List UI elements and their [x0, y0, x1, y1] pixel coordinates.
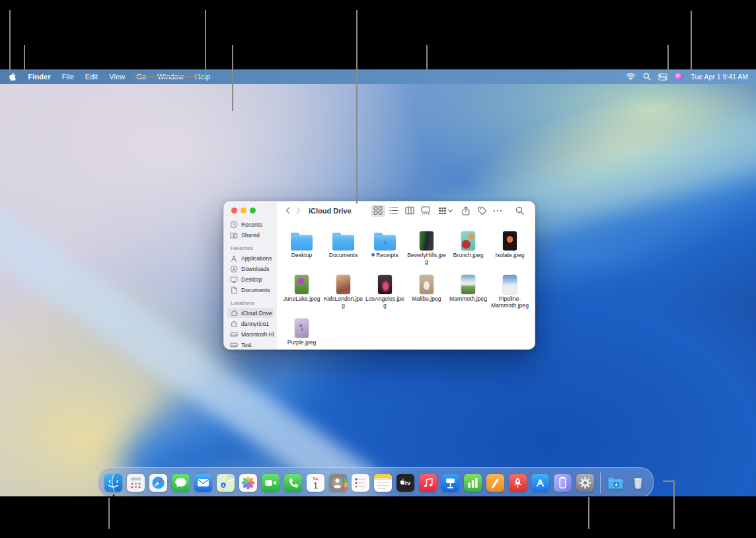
sb-shared-icon — [230, 231, 238, 239]
tags-button[interactable] — [474, 205, 489, 217]
dock-tv[interactable]: tv — [397, 474, 414, 492]
columns-view-button[interactable] — [402, 205, 417, 217]
sidebar-item-label: Recents — [241, 221, 262, 228]
dock-system-settings[interactable] — [576, 474, 594, 492]
close-button[interactable] — [231, 208, 237, 213]
file-name: Desktop — [282, 252, 322, 259]
sidebar-item-documents[interactable]: Documents — [227, 285, 274, 295]
dock-downloads[interactable] — [607, 474, 624, 492]
menu-bar-clock[interactable]: Tue Apr 1 9:41 AM — [691, 73, 748, 81]
file-malibu-jpeg[interactable]: Malibu.jpeg — [406, 270, 447, 313]
dock-numbers[interactable] — [464, 474, 482, 492]
file-brunch-jpeg[interactable]: Brunch.jpeg — [447, 226, 489, 270]
image-thumbnail — [295, 270, 309, 294]
gallery-view-button[interactable] — [418, 205, 433, 217]
sidebar-item-label: Downloads — [241, 266, 270, 272]
image-thumbnail — [420, 226, 434, 250]
window-controls — [231, 208, 256, 213]
file-purple-jpeg[interactable]: Purple.jpeg — [281, 313, 322, 357]
image-thumbnail — [503, 270, 517, 294]
sidebar-item-icloud-drive[interactable]: iCloud Drive — [227, 308, 274, 318]
dock-facetime[interactable] — [262, 474, 280, 492]
file-kidslondon-jpeg[interactable]: KidsLondon.jpeg — [322, 270, 364, 313]
sidebar-item-applications[interactable]: Applications — [227, 253, 274, 263]
sidebar-item-desktop[interactable]: Desktop — [227, 274, 274, 284]
minimize-button[interactable] — [241, 208, 246, 213]
file-junelake-jpeg[interactable]: JuneLake.jpeg — [281, 270, 322, 313]
search-button[interactable] — [512, 205, 527, 217]
dock-contacts[interactable] — [329, 474, 347, 492]
dock-iphone-mirroring[interactable] — [554, 474, 572, 492]
group-grid-icon — [438, 207, 447, 215]
dock-notes[interactable] — [374, 474, 392, 492]
dock-launchpad[interactable] — [127, 474, 145, 492]
dock-finder[interactable] — [104, 474, 122, 492]
forward-button[interactable] — [293, 206, 303, 215]
dock-separator — [600, 473, 601, 493]
file-documents[interactable]: Documents — [322, 226, 364, 270]
group-by-button[interactable] — [438, 207, 453, 215]
sidebar-item-recents[interactable]: Recents — [227, 219, 274, 229]
image-thumbnail — [420, 270, 434, 294]
menu-edit[interactable]: Edit — [79, 73, 103, 81]
callout-desktop — [232, 45, 233, 111]
dock-music[interactable] — [419, 474, 437, 492]
share-button[interactable] — [459, 205, 473, 217]
wifi-icon[interactable] — [626, 73, 636, 81]
dock-safari[interactable] — [149, 474, 167, 492]
list-view-button[interactable] — [387, 205, 401, 217]
window-title: iCloud Drive — [309, 207, 352, 215]
dock-maps[interactable] — [217, 474, 235, 492]
callout-help-menu-v — [205, 10, 206, 77]
file-name: Documents — [323, 252, 363, 259]
chevron-down-icon — [448, 209, 453, 213]
spotlight-icon[interactable] — [643, 73, 651, 81]
file-isolate-jpeg[interactable]: Isolate.jpeg — [489, 226, 531, 270]
dock-calendar[interactable]: Tue1 — [307, 474, 324, 492]
file-name: KidsLondon.jpeg — [323, 296, 363, 309]
file-name: JuneLake.jpeg — [282, 296, 322, 303]
callout-system-settings — [588, 497, 589, 529]
dock-reminders[interactable] — [352, 474, 369, 492]
more-button[interactable] — [490, 205, 505, 217]
sidebar-item-label: Macintosh HD — [241, 331, 274, 338]
menu-file[interactable]: File — [56, 73, 79, 81]
sidebar-item-dannyrico1[interactable]: dannyrico1 — [227, 319, 274, 328]
image-thumbnail — [378, 270, 392, 294]
icons-view-button[interactable] — [371, 205, 385, 217]
file-name: Pipeline-Mammoth.jpeg — [490, 296, 530, 309]
siri-icon[interactable] — [675, 73, 683, 81]
file-name: Brunch.jpeg — [448, 252, 488, 259]
dock-keynote[interactable] — [441, 474, 459, 492]
callout-control-center — [691, 11, 692, 73]
back-button[interactable] — [282, 206, 293, 215]
file-desktop[interactable]: Desktop — [281, 226, 322, 270]
control-center-icon[interactable] — [658, 73, 667, 81]
sidebar-item-label: iCloud Drive — [241, 310, 272, 317]
dock-app-store[interactable] — [531, 474, 549, 492]
file-mammoth-jpeg[interactable]: Mammoth.jpeg — [447, 270, 489, 313]
dock-mail[interactable] — [194, 474, 212, 492]
dock-phone[interactable] — [284, 474, 302, 492]
dock-games[interactable] — [509, 474, 527, 492]
sidebar-item-macintosh-hd[interactable]: Macintosh HD — [227, 329, 274, 339]
zoom-button[interactable] — [250, 208, 256, 213]
dock-photos[interactable] — [239, 474, 257, 492]
desktop[interactable]: FinderFileEditViewGoWindowHelp Tue Apr 1… — [0, 69, 756, 496]
dock-trash[interactable] — [629, 474, 647, 492]
file-receipts[interactable]: ✈Receipts — [364, 226, 406, 270]
dock-messages[interactable] — [172, 474, 190, 492]
menu-view[interactable]: View — [104, 73, 131, 81]
callout-help-menu-h — [134, 76, 206, 77]
menu-finder[interactable]: Finder — [22, 73, 56, 81]
file-pipeline-mammoth-jpeg[interactable]: Pipeline-Mammoth.jpeg — [489, 270, 531, 313]
sidebar-item-shared[interactable]: Shared — [227, 230, 274, 240]
file-losangeles-jpeg[interactable]: LosAngeles.jpeg — [364, 270, 406, 313]
file-beverlyhills-jpeg[interactable]: BeverlyHills.jpeg — [406, 226, 447, 270]
apple-menu-icon[interactable] — [8, 72, 17, 81]
file-name: Malibu.jpeg — [406, 296, 447, 303]
sidebar-item-downloads[interactable]: Downloads — [227, 264, 274, 274]
sidebar-item-test[interactable]: Test — [227, 340, 274, 350]
dock-pages[interactable] — [486, 474, 504, 492]
image-thumbnail — [295, 313, 309, 338]
